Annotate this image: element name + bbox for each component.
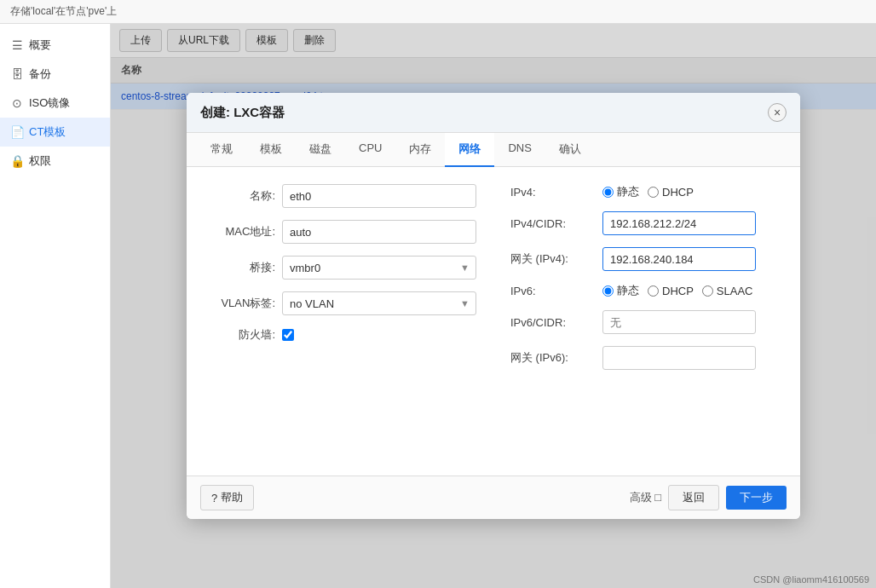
ipv4-cidr-input[interactable]: [602, 211, 756, 235]
sidebar-icon-backup: 🗄: [10, 67, 24, 81]
firewall-checkbox[interactable]: [282, 329, 294, 341]
sidebar: ☰概要🗄备份⊙ISO镜像📄CT模板🔒权限: [0, 24, 111, 588]
ipv4-mode-row: IPv4: 静态 DHCP: [510, 184, 780, 199]
firewall-label: 防火墙:: [207, 327, 275, 343]
bridge-select[interactable]: vmbr0: [282, 256, 476, 280]
ipv6-cidr-row: IPv6/CIDR:: [510, 310, 780, 334]
dialog-tabs: 常规模板磁盘CPU内存网络DNS确认: [187, 133, 800, 167]
ipv4-label: IPv4:: [510, 186, 596, 199]
advanced-label: 高级 □: [630, 490, 661, 505]
vlan-select-wrapper: no VLAN ▼: [282, 291, 476, 315]
vlan-label: VLAN标签:: [207, 296, 275, 311]
dialog-title: 创建: LXC容器: [200, 105, 285, 121]
sidebar-label-ct-template: CT模板: [29, 124, 66, 140]
sidebar-label-overview: 概要: [29, 37, 51, 53]
dialog-tab-confirm[interactable]: 确认: [545, 133, 595, 167]
ipv4-gateway-row: 网关 (IPv4):: [510, 247, 780, 271]
dialog: 创建: LXC容器 × 常规模板磁盘CPU内存网络DNS确认 名称:: [187, 93, 800, 519]
ipv4-gateway-input[interactable]: [602, 247, 756, 271]
ipv6-slaac-text: SLAAC: [717, 285, 753, 297]
help-label: 帮助: [221, 490, 243, 505]
dialog-tab-cpu[interactable]: CPU: [345, 133, 395, 167]
dialog-tab-disk[interactable]: 磁盘: [296, 133, 345, 167]
modal-overlay: 创建: LXC容器 × 常规模板磁盘CPU内存网络DNS确认 名称:: [111, 24, 876, 588]
ipv6-cidr-input[interactable]: [602, 310, 756, 334]
dialog-tab-network[interactable]: 网络: [445, 133, 494, 167]
dialog-header: 创建: LXC容器 ×: [187, 93, 800, 133]
ipv4-dhcp-label[interactable]: DHCP: [648, 186, 694, 199]
form-left: 名称: MAC地址: 桥接: vmbr0: [207, 184, 476, 458]
form-row-firewall: 防火墙:: [207, 327, 476, 343]
close-button[interactable]: ×: [768, 103, 787, 122]
ipv6-label: IPv6:: [510, 285, 596, 297]
sidebar-icon-iso: ⊙: [10, 96, 24, 110]
sidebar-label-permissions: 权限: [29, 153, 51, 169]
ipv6-gateway-row: 网关 (IPv6):: [510, 346, 780, 370]
form-row-mac: MAC地址:: [207, 220, 476, 244]
sidebar-item-ct-template[interactable]: 📄CT模板: [0, 118, 110, 147]
mac-input[interactable]: [282, 220, 476, 244]
next-button[interactable]: 下一步: [726, 486, 787, 510]
ipv6-dhcp-label[interactable]: DHCP: [648, 285, 694, 297]
sidebar-item-permissions[interactable]: 🔒权限: [0, 147, 110, 176]
ipv4-cidr-label: IPv4/CIDR:: [510, 217, 596, 230]
footer-left: ? 帮助: [200, 485, 254, 510]
sidebar-item-overview[interactable]: ☰概要: [0, 31, 110, 60]
ipv6-gateway-label: 网关 (IPv6):: [510, 350, 596, 366]
ipv6-slaac-radio[interactable]: [702, 285, 713, 297]
sidebar-label-iso: ISO镜像: [29, 95, 70, 111]
bridge-select-wrapper: vmbr0 ▼: [282, 256, 476, 280]
ipv6-slaac-label[interactable]: SLAAC: [702, 285, 753, 297]
mac-label: MAC地址:: [207, 224, 275, 239]
ipv4-cidr-row: IPv4/CIDR:: [510, 211, 780, 235]
sidebar-label-backup: 备份: [29, 66, 51, 82]
back-button[interactable]: 返回: [668, 485, 719, 510]
ipv4-static-radio[interactable]: [602, 187, 614, 198]
ipv4-static-label[interactable]: 静态: [602, 184, 639, 199]
content-area: 上传从URL下载模板删除 名称 centos-8-stream-default_…: [111, 24, 876, 588]
sidebar-icon-ct-template: 📄: [10, 125, 24, 139]
ipv6-cidr-label: IPv6/CIDR:: [510, 316, 596, 329]
top-bar-text: 存储'local'在节点'pve'上: [10, 4, 117, 19]
ipv6-gateway-input[interactable]: [602, 346, 756, 370]
ipv4-radio-group: 静态 DHCP: [602, 184, 694, 199]
dialog-tab-template[interactable]: 模板: [246, 133, 296, 167]
ipv6-dhcp-radio[interactable]: [648, 285, 659, 297]
ipv4-gateway-label: 网关 (IPv4):: [510, 251, 596, 267]
form-row-bridge: 桥接: vmbr0 ▼: [207, 256, 476, 280]
dialog-tab-general[interactable]: 常规: [197, 133, 246, 167]
ipv6-static-text: 静态: [617, 283, 639, 298]
dialog-body: 名称: MAC地址: 桥接: vmbr0: [187, 167, 800, 476]
sidebar-icon-overview: ☰: [10, 38, 24, 52]
help-icon: ?: [211, 492, 217, 504]
ipv4-static-text: 静态: [617, 184, 639, 199]
help-button[interactable]: ? 帮助: [200, 485, 254, 510]
vlan-select[interactable]: no VLAN: [282, 291, 476, 315]
dialog-footer: ? 帮助 高级 □ 返回 下一步: [187, 476, 800, 519]
sidebar-item-iso[interactable]: ⊙ISO镜像: [0, 89, 110, 118]
ipv6-dhcp-text: DHCP: [662, 285, 694, 297]
ipv4-dhcp-radio[interactable]: [648, 187, 659, 198]
ipv6-radio-group: 静态 DHCP SLAAC: [602, 283, 752, 298]
ipv6-static-label[interactable]: 静态: [602, 283, 639, 298]
dialog-tab-dns[interactable]: DNS: [494, 133, 545, 167]
ipv6-mode-row: IPv6: 静态 DHCP: [510, 283, 780, 298]
top-bar: 存储'local'在节点'pve'上: [0, 0, 876, 24]
form-row-vlan: VLAN标签: no VLAN ▼: [207, 291, 476, 315]
bridge-label: 桥接:: [207, 260, 275, 275]
footer-right: 高级 □ 返回 下一步: [630, 485, 787, 510]
dialog-tab-memory[interactable]: 内存: [395, 133, 445, 167]
ipv4-dhcp-text: DHCP: [662, 186, 694, 199]
ipv6-static-radio[interactable]: [602, 285, 614, 297]
main-layout: ☰概要🗄备份⊙ISO镜像📄CT模板🔒权限 上传从URL下载模板删除 名称 cen…: [0, 24, 876, 588]
name-input[interactable]: [282, 184, 476, 208]
form-right: IPv4: 静态 DHCP: [510, 184, 780, 458]
name-label: 名称:: [207, 188, 275, 204]
form-row-name: 名称:: [207, 184, 476, 208]
sidebar-icon-permissions: 🔒: [10, 154, 24, 168]
sidebar-item-backup[interactable]: 🗄备份: [0, 60, 110, 89]
